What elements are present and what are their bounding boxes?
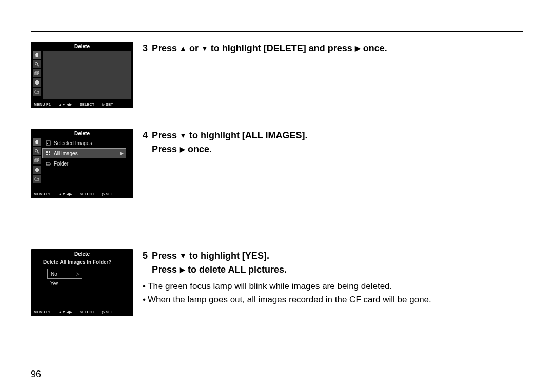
down-triangle-icon: ▼ — [201, 43, 208, 54]
svg-rect-17 — [46, 154, 48, 155]
screen-title: Delete — [31, 129, 133, 136]
bullet-icon: • — [143, 293, 148, 306]
svg-rect-15 — [46, 151, 48, 153]
step-4-row: Delete — [31, 129, 523, 198]
screen-title: Delete — [31, 42, 133, 49]
confirm-options: No ▷ Yes — [47, 269, 82, 288]
confirm-prompt: Delete All Images In Folder? — [43, 259, 129, 265]
step-number: 4 — [143, 129, 152, 142]
screen-delete-blank: Delete M — [31, 42, 133, 108]
option-label: No — [51, 271, 57, 277]
footer-select: SELECT — [80, 102, 94, 106]
multi-image-icon — [33, 69, 41, 77]
vertical-spacer — [31, 203, 523, 249]
screen-sidebar — [33, 51, 41, 96]
screen-footer: MENU P1 ▲▼ ◀▶ SELECT ▷ SET — [31, 191, 133, 198]
footer-select: SELECT — [80, 310, 94, 314]
delete-menu-list: Selected Images All Images ▶ Folder — [42, 138, 126, 169]
menu-item-all-images: All Images ▶ — [42, 148, 126, 158]
print-icon — [33, 166, 41, 174]
folder-icon — [33, 175, 41, 183]
step-4-text: 4Press ▼ to highlight [ALL IMAGES]. Pres… — [133, 129, 523, 156]
step-number: 5 — [143, 249, 152, 263]
folder-icon — [33, 88, 41, 96]
footer-set: ▷ SET — [102, 192, 113, 196]
step-number: 3 — [143, 42, 152, 55]
step-5-notes: •The green focus lamp will blink while i… — [143, 280, 523, 306]
grid-icon — [45, 151, 52, 156]
screen-delete-confirm: Delete Delete All Images In Folder? No ▷… — [31, 249, 133, 316]
svg-rect-18 — [49, 154, 50, 155]
step-3-text: 3Press ▲ or ▼ to highlight [DELETE] and … — [133, 42, 523, 55]
magnify-icon — [33, 60, 41, 68]
step-5-row: Delete Delete All Images In Folder? No ▷… — [31, 249, 523, 316]
menu-item-label: Folder — [54, 161, 68, 167]
screen-body — [43, 51, 131, 99]
multi-image-icon — [33, 156, 41, 164]
footer-menu: MENU P1 — [34, 192, 51, 196]
confirm-option-yes: Yes — [47, 279, 81, 288]
manual-page: Delete M — [0, 0, 554, 392]
footer-menu: MENU P1 — [34, 102, 51, 106]
svg-rect-13 — [36, 171, 38, 172]
svg-line-8 — [37, 152, 39, 153]
svg-rect-16 — [49, 151, 50, 153]
folder-icon — [45, 161, 52, 166]
screen-delete-menu: Delete — [31, 129, 133, 198]
trash-icon — [33, 51, 41, 59]
up-triangle-icon: ▲ — [180, 43, 187, 54]
down-triangle-icon: ▼ — [180, 251, 187, 261]
footer-menu: MENU P1 — [34, 310, 51, 314]
screen-sidebar — [33, 138, 41, 183]
print-icon — [33, 78, 41, 87]
page-number: 96 — [31, 369, 41, 380]
selected-arrow-icon: ▷ — [76, 271, 80, 276]
svg-rect-12 — [36, 168, 38, 169]
menu-item-folder: Folder — [42, 158, 126, 169]
trash-icon — [33, 138, 41, 146]
top-rule — [31, 31, 523, 32]
svg-rect-5 — [36, 80, 38, 81]
footer-nav: ▲▼ ◀▶ — [58, 192, 72, 196]
right-triangle-icon: ▶ — [355, 43, 361, 54]
note-text: The green focus lamp will blink while im… — [148, 281, 392, 291]
footer-nav: ▲▼ ◀▶ — [58, 310, 72, 314]
screen-title: Delete — [31, 249, 133, 257]
step-5-text: 5Press ▼ to highlight [YES]. Press ▶ to … — [133, 249, 523, 306]
down-triangle-icon: ▼ — [180, 130, 187, 141]
menu-item-label: Selected Images — [54, 140, 92, 146]
footer-nav: ▲▼ ◀▶ — [58, 102, 72, 107]
bullet-icon: • — [143, 280, 148, 293]
right-triangle-icon: ▶ — [180, 144, 185, 155]
svg-point-0 — [35, 63, 38, 65]
svg-rect-11 — [35, 169, 39, 171]
right-triangle-icon: ▶ — [180, 264, 185, 275]
submenu-arrow-icon: ▶ — [120, 151, 124, 156]
footer-select: SELECT — [80, 192, 94, 196]
confirm-option-no: No ▷ — [47, 269, 82, 279]
menu-item-label: All Images — [54, 151, 78, 156]
screen-footer: MENU P1 ▲▼ ◀▶ SELECT ▷ SET — [31, 101, 133, 108]
svg-rect-6 — [36, 84, 38, 85]
svg-line-1 — [37, 65, 39, 66]
checkbox-icon — [45, 140, 52, 146]
magnify-icon — [33, 147, 41, 155]
footer-set: ▷ SET — [102, 310, 113, 314]
svg-rect-4 — [35, 81, 39, 84]
step-3-row: Delete M — [31, 42, 523, 108]
screen-footer: MENU P1 ▲▼ ◀▶ SELECT ▷ SET — [31, 308, 133, 316]
footer-set: ▷ SET — [102, 102, 113, 107]
option-label: Yes — [50, 281, 58, 286]
note-text: When the lamp goes out, all images recor… — [148, 295, 431, 304]
menu-item-selected-images: Selected Images — [42, 138, 126, 148]
svg-point-7 — [35, 150, 38, 152]
